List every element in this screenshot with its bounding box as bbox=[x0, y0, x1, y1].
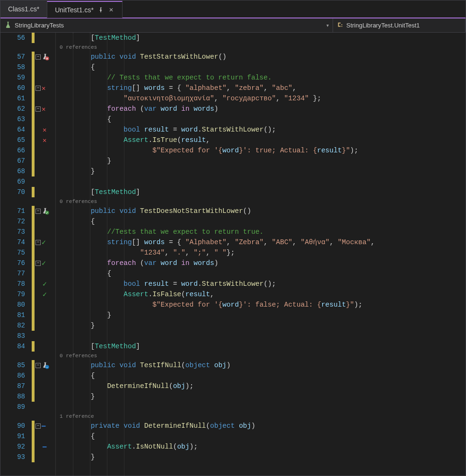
nav-class-dropdown[interactable]: StringLibraryTest.UnitTest1 bbox=[333, 18, 466, 32]
fold-icon[interactable]: − bbox=[35, 240, 41, 245]
code-line[interactable] bbox=[58, 176, 466, 187]
code-line[interactable]: [TestMethod] bbox=[58, 187, 466, 197]
line-number: 76 bbox=[0, 258, 25, 268]
pin-icon[interactable] bbox=[97, 7, 104, 13]
nav-class-label: StringLibraryTest.UnitTest1 bbox=[346, 22, 420, 29]
code-line[interactable]: } bbox=[58, 166, 466, 176]
code-line[interactable]: string[] words = { "Alphabet", "Zebra", … bbox=[58, 237, 466, 247]
code-editor[interactable]: 5657585960616263646566676869707172737475… bbox=[0, 33, 466, 476]
code-line[interactable]: } bbox=[58, 391, 466, 402]
line-number: 63 bbox=[0, 114, 25, 124]
codelens[interactable]: 1 reference bbox=[58, 412, 466, 421]
notrun-mark-icon: — bbox=[43, 443, 46, 450]
fold-icon[interactable]: − bbox=[35, 261, 41, 266]
line-status bbox=[35, 310, 55, 320]
line-status: ✓ bbox=[35, 279, 55, 289]
code-line[interactable]: public void TestIfNull(object obj) bbox=[58, 360, 466, 370]
code-line[interactable]: Assert.IsTrue(result, bbox=[58, 135, 466, 145]
code-line[interactable]: bool result = word.StartsWithLower(); bbox=[58, 279, 466, 289]
close-icon[interactable]: ✕ bbox=[108, 7, 114, 13]
line-status bbox=[35, 114, 55, 124]
line-number: 56 bbox=[0, 33, 25, 43]
code-line[interactable]: $"Expected for '{word}': false; Actual: … bbox=[58, 300, 466, 310]
line-number: 84 bbox=[0, 341, 25, 352]
line-status bbox=[35, 268, 55, 279]
code-line[interactable]: "1234", ".", ";", " "}; bbox=[58, 247, 466, 258]
svg-text:–: – bbox=[46, 365, 48, 369]
line-number: 64 bbox=[0, 124, 25, 135]
code-line[interactable]: public void TestDoesNotStartWithLower() bbox=[58, 206, 466, 216]
tab-label: Class1.cs* bbox=[8, 5, 39, 13]
code-line[interactable]: [TestMethod] bbox=[58, 341, 466, 352]
code-line[interactable] bbox=[58, 402, 466, 412]
code-line[interactable]: { bbox=[58, 268, 466, 279]
fold-icon[interactable]: − bbox=[35, 209, 41, 214]
code-line[interactable] bbox=[58, 331, 466, 341]
test-flask-icon: – bbox=[42, 361, 49, 369]
tab-class1[interactable]: Class1.cs* bbox=[0, 0, 47, 18]
code-line[interactable]: { bbox=[58, 114, 466, 124]
line-status: −✓ bbox=[35, 258, 55, 268]
code-line[interactable]: string[] words = { "alphabet", "zebra", … bbox=[58, 83, 466, 93]
code-line[interactable]: public void TestStartsWithLower() bbox=[58, 52, 466, 62]
line-number: 57 bbox=[0, 52, 25, 62]
fold-icon[interactable]: − bbox=[35, 106, 41, 112]
code-line[interactable]: DetermineIfNull(obj); bbox=[58, 381, 466, 391]
nav-project-label: StringLibraryTests bbox=[15, 22, 64, 29]
line-status bbox=[35, 216, 55, 227]
code-line[interactable]: private void DetermineIfNull(object obj) bbox=[58, 421, 466, 431]
code-line[interactable]: bool result = word.StartsWithLower(); bbox=[58, 124, 466, 135]
fold-icon[interactable]: − bbox=[35, 86, 41, 91]
code-line[interactable]: Assert.IsNotNull(obj); bbox=[58, 441, 466, 452]
line-number: 59 bbox=[0, 72, 25, 83]
code-line[interactable]: { bbox=[58, 431, 466, 441]
code-line[interactable]: Assert.IsFalse(result, bbox=[58, 289, 466, 300]
line-status: — bbox=[35, 441, 55, 452]
line-number-spacer bbox=[0, 43, 25, 52]
codelens[interactable]: 0 references bbox=[58, 197, 466, 206]
fail-mark-icon: ✕ bbox=[42, 84, 45, 92]
code-line[interactable]: // Tests that we expect to return false. bbox=[58, 72, 466, 83]
line-number: 69 bbox=[0, 176, 25, 187]
code-line[interactable]: { bbox=[58, 62, 466, 72]
codelens[interactable]: 0 references bbox=[58, 352, 466, 360]
line-number: 92 bbox=[0, 441, 25, 452]
nav-project-dropdown[interactable]: StringLibraryTests ▾ bbox=[0, 18, 333, 32]
line-number: 78 bbox=[0, 279, 25, 289]
code-line[interactable]: } bbox=[58, 156, 466, 166]
line-number: 60 bbox=[0, 83, 25, 93]
code-line[interactable]: { bbox=[58, 216, 466, 227]
line-number: 86 bbox=[0, 370, 25, 381]
fold-icon[interactable]: − bbox=[35, 54, 41, 60]
line-number: 87 bbox=[0, 381, 25, 391]
code-line[interactable]: foreach (var word in words) bbox=[58, 258, 466, 268]
code-line[interactable]: $"Expected for '{word}': true; Actual: {… bbox=[58, 145, 466, 156]
line-status bbox=[35, 370, 55, 381]
code-line[interactable]: } bbox=[58, 310, 466, 320]
line-status bbox=[35, 187, 55, 197]
code-line[interactable]: foreach (var word in words) bbox=[58, 104, 466, 114]
fold-icon[interactable]: − bbox=[35, 363, 41, 368]
code-line[interactable]: //Tests that we expect to return true. bbox=[58, 227, 466, 237]
navigation-bar: StringLibraryTests ▾ StringLibraryTest.U… bbox=[0, 18, 466, 33]
codelens[interactable]: 0 references bbox=[58, 43, 466, 52]
code-line[interactable]: } bbox=[58, 320, 466, 331]
tab-unittest1[interactable]: UnitTest1.cs* ✕ bbox=[47, 1, 123, 18]
code-line[interactable]: { bbox=[58, 370, 466, 381]
line-number-spacer bbox=[0, 352, 25, 360]
line-status: −— bbox=[35, 421, 55, 431]
test-status-column: − ✕ −✕−✕✕✕− ✓ −✓−✓✓✓− – −—— bbox=[35, 33, 55, 476]
svg-text:✓: ✓ bbox=[46, 211, 48, 214]
code-line[interactable]: [TestMethod] bbox=[58, 33, 466, 43]
code-line[interactable]: "αυτοκινητοβιομηχανία", "государство", "… bbox=[58, 93, 466, 104]
line-number: 89 bbox=[0, 402, 25, 412]
line-number: 88 bbox=[0, 391, 25, 402]
flask-icon bbox=[4, 21, 12, 30]
class-icon bbox=[337, 21, 343, 29]
line-status: −✕ bbox=[35, 83, 55, 93]
fold-icon[interactable]: − bbox=[35, 423, 41, 429]
code-line[interactable]: } bbox=[58, 452, 466, 462]
line-number: 85 bbox=[0, 360, 25, 370]
line-status: ✕ bbox=[35, 124, 55, 135]
code-area[interactable]: [TestMethod] 0 references public void Te… bbox=[56, 33, 466, 476]
